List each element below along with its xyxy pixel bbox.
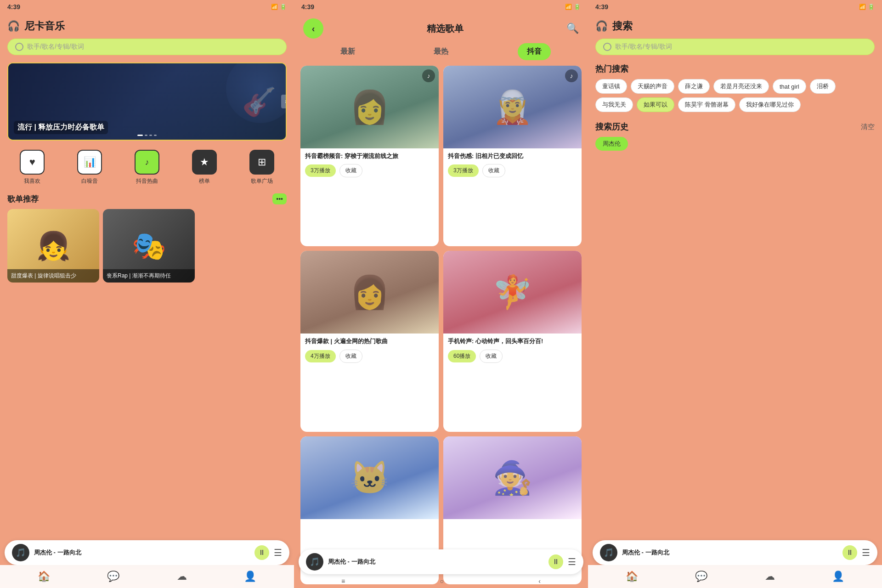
collect-3[interactable]: 收藏	[339, 350, 362, 363]
bottom-player-right[interactable]: 🎵 周杰伦 - 一路向北 ⏸ ☰	[593, 540, 877, 565]
tag-3[interactable]: 薛之谦	[678, 79, 710, 94]
dot-1	[137, 135, 143, 136]
back-button[interactable]: ‹	[303, 18, 323, 39]
playlist-section-header: 歌单推荐 •••	[0, 191, 294, 207]
person-2: 🧝	[443, 66, 582, 148]
collect-2[interactable]: 收藏	[482, 164, 505, 177]
playlist-icon[interactable]: ⊞	[249, 150, 274, 175]
playlist-btn-right[interactable]: ☰	[862, 547, 870, 558]
tag-7[interactable]: 与我无关	[595, 97, 633, 112]
search-circle-right	[603, 43, 611, 51]
player-title-middle: 周杰伦 - 一路向北	[328, 558, 544, 566]
nav-profile-right[interactable]: 👤	[827, 569, 849, 584]
tab-hot[interactable]: 最热	[424, 43, 458, 60]
tiktok-icon[interactable]: ♪	[135, 150, 159, 175]
pause-btn-right[interactable]: ⏸	[842, 545, 857, 560]
history-title: 搜索历史	[595, 121, 628, 132]
tag-4[interactable]: 若是月亮还没来	[713, 79, 769, 94]
tags-container: 童话镇 天赐的声音 薛之谦 若是月亮还没来 that girl 泪桥 与我无关 …	[595, 79, 875, 112]
song-card-2[interactable]: 🧝 ♪ 抖音伤感: 旧相片已变成回忆 3万播放 收藏	[443, 66, 582, 246]
charts-label: 榜单	[199, 177, 210, 185]
banner-left[interactable]: 流行 | 释放压力时必备歌单 ›	[7, 62, 287, 141]
tag-that-girl[interactable]: that girl	[773, 79, 806, 94]
search-placeholder-right: 歌手/歌名/专辑/歌词	[615, 43, 672, 51]
hot-search-title: 热门搜索	[595, 63, 875, 74]
nav-charts[interactable]: ★ 榜单	[192, 150, 217, 185]
song-card-actions-2: 3万播放 收藏	[448, 164, 577, 177]
song-card-3[interactable]: 👩 抖音爆款 | 火遍全网的热门歌曲 4万播放 收藏	[300, 251, 439, 431]
player-title-left: 周杰伦 - 一路向北	[34, 548, 250, 557]
tag-2[interactable]: 天赐的声音	[631, 79, 674, 94]
tiktok-mark-1: ♪	[422, 69, 435, 85]
song-grid: 👩 ♪ 抖音霸榜频音: 穿梭于潮流前线之旅 3万播放 收藏 🧝	[294, 62, 588, 588]
whitenoise-icon[interactable]: 📊	[77, 150, 102, 175]
nav-favorites[interactable]: ♥ 我喜欢	[20, 150, 45, 185]
nav-chat-left[interactable]: 💬	[102, 569, 124, 584]
playlist-grid: 👧 甜度爆表 | 旋律说唱狙击少 🎭 丧系Rap | 渐渐不再期待任	[0, 207, 294, 284]
sys-menu-middle[interactable]: ≡	[341, 577, 345, 585]
tag-8[interactable]: 如果可以	[637, 97, 674, 112]
bottom-player-left[interactable]: 🎵 周杰伦 - 一路向北 ⏸ ☰	[5, 540, 289, 565]
playlist-card-1[interactable]: 👧 甜度爆表 | 旋律说唱狙击少	[7, 209, 99, 283]
left-panel: 4:39 📶 🔋 🎧 尼卡音乐 歌手/歌名/专辑/歌词 流行 | 释放压力时必备…	[0, 0, 294, 588]
headphone-icon-right: 🎧	[595, 20, 608, 32]
tag-1[interactable]: 童话镇	[595, 79, 627, 94]
banner-dots	[137, 135, 157, 136]
banner-overlay: 流行 | 释放压力时必备歌单	[8, 63, 286, 140]
song-card-4[interactable]: 🧚 手机铃声: 心动铃声，回头率百分百! 60播放 收藏	[443, 251, 582, 431]
history-jay[interactable]: 周杰伦	[595, 137, 628, 151]
person-4: 🧚	[443, 251, 582, 334]
search-bar-left[interactable]: 歌手/歌名/专辑/歌词	[7, 39, 287, 55]
status-icons-left: 📶 🔋	[271, 4, 287, 10]
tag-10[interactable]: 我好像在哪见过你	[739, 97, 801, 112]
search-btn-middle[interactable]: 🔍	[566, 23, 579, 34]
playlist-btn-left[interactable]: ☰	[274, 547, 282, 558]
status-bar-left: 4:39 📶 🔋	[0, 0, 294, 14]
nav-home-left[interactable]: 🏠	[33, 569, 55, 584]
middle-panel: 4:39 📶 🔋 ‹ 精选歌单 🔍 最新 最热 抖音 👩 ♪	[294, 0, 588, 588]
nav-tiktok[interactable]: ♪ 抖音热曲	[135, 150, 159, 185]
nav-whitenoise[interactable]: 📊 白噪音	[77, 150, 102, 185]
tag-9[interactable]: 陈昊宇 骨骼谢幕	[678, 97, 735, 112]
clear-history-btn[interactable]: 清空	[861, 123, 875, 131]
tab-latest[interactable]: 最新	[331, 43, 364, 60]
song-card-1[interactable]: 👩 ♪ 抖音霸榜频音: 穿梭于潮流前线之旅 3万播放 收藏	[300, 66, 439, 246]
player-avatar-right: 🎵	[600, 544, 617, 561]
song-card-img-4: 🧚	[443, 251, 582, 334]
playlist-card-label-1: 甜度爆表 | 旋律说唱狙击少	[7, 269, 99, 283]
nav-chat-right[interactable]: 💬	[690, 569, 712, 584]
player-title-right: 周杰伦 - 一路向北	[622, 548, 838, 557]
play-count-1[interactable]: 3万播放	[305, 164, 336, 177]
nav-playlist[interactable]: ⊞ 歌单广场	[249, 150, 274, 185]
tab-tiktok[interactable]: 抖音	[518, 43, 551, 60]
player-avatar-middle: 🎵	[306, 553, 323, 571]
collect-4[interactable]: 收藏	[480, 350, 503, 363]
playlist-btn-middle[interactable]: ☰	[568, 556, 576, 567]
player-controls-middle: ⏸ ☰	[548, 554, 576, 569]
collect-1[interactable]: 收藏	[339, 164, 362, 177]
favorites-icon[interactable]: ♥	[20, 150, 45, 175]
tag-6[interactable]: 泪桥	[810, 79, 836, 94]
favorites-label: 我喜欢	[24, 177, 40, 185]
nav-profile-left[interactable]: 👤	[239, 569, 261, 584]
song-card-body-2: 抖音伤感: 旧相片已变成回忆 3万播放 收藏	[443, 148, 582, 181]
song-card-actions-4: 60播放 收藏	[448, 350, 577, 363]
nav-cloud-right[interactable]: ☁	[760, 569, 780, 584]
sys-back-middle[interactable]: ‹	[538, 577, 541, 585]
system-nav-middle: ≡ ○ ‹	[294, 574, 588, 588]
banner-arrow[interactable]: ›	[281, 95, 287, 108]
nav-home-right[interactable]: 🏠	[621, 569, 643, 584]
app-title-right: 🎧 搜索	[588, 14, 882, 35]
bottom-player-middle[interactable]: 🎵 周杰伦 - 一路向北 ⏸ ☰	[299, 549, 583, 574]
playlist-card-2[interactable]: 🎭 丧系Rap | 渐渐不再期待任	[103, 209, 195, 283]
play-count-3[interactable]: 4万播放	[305, 350, 336, 362]
play-count-2[interactable]: 3万播放	[448, 164, 479, 177]
nav-cloud-left[interactable]: ☁	[172, 569, 192, 584]
search-bar-right[interactable]: 歌手/歌名/专辑/歌词	[595, 39, 875, 55]
more-btn[interactable]: •••	[272, 193, 287, 204]
play-count-4[interactable]: 60播放	[448, 350, 476, 362]
pause-btn-middle[interactable]: ⏸	[548, 554, 563, 569]
pause-btn-left[interactable]: ⏸	[254, 545, 269, 560]
charts-icon[interactable]: ★	[192, 150, 217, 175]
sys-home-middle[interactable]: ○	[440, 577, 444, 585]
